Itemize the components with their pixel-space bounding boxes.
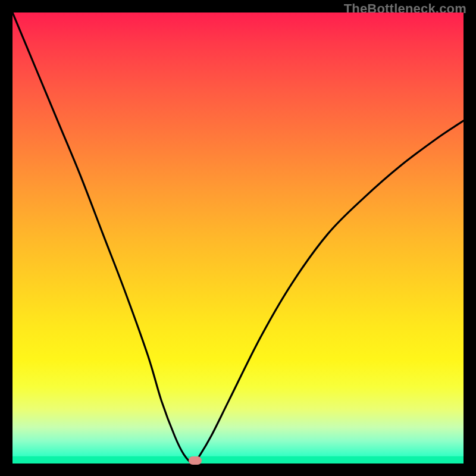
- bottleneck-curve: [12, 12, 464, 464]
- chart-frame: TheBottleneck.com: [0, 0, 476, 476]
- optimal-band: [12, 456, 464, 464]
- optimal-marker: [189, 456, 202, 465]
- curve-svg: [12, 12, 464, 464]
- plot-area: [12, 12, 464, 464]
